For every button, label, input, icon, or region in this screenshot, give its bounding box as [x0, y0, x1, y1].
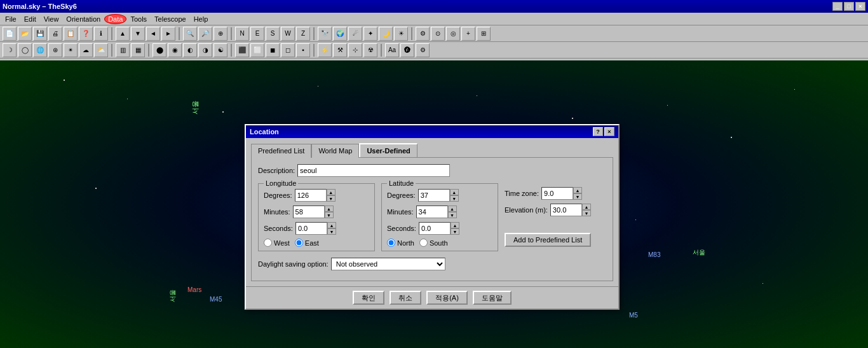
menu-edit[interactable]: Edit [20, 14, 40, 24]
tb-left[interactable]: ◄ [146, 27, 160, 41]
tb-planet1[interactable]: 🔭 [318, 27, 332, 41]
lon-degrees-input[interactable] [295, 189, 327, 202]
tb-up[interactable]: ▲ [116, 27, 130, 41]
tb2-15[interactable]: ⬛ [235, 43, 249, 57]
lat-degrees-up[interactable]: ▲ [450, 189, 459, 195]
tb-planet5[interactable]: 🌙 [379, 27, 393, 41]
lon-seconds-down[interactable]: ▼ [327, 228, 336, 235]
tb-e[interactable]: E [250, 27, 264, 41]
lat-south-radio[interactable] [419, 239, 428, 247]
tb-planet2[interactable]: 🌍 [333, 27, 347, 41]
tb2-25[interactable]: 🅐 [400, 43, 414, 57]
tb-save[interactable]: 💾 [33, 27, 47, 41]
lon-degrees-up[interactable]: ▲ [327, 189, 336, 195]
tb-7[interactable]: ℹ [94, 27, 108, 41]
tb2-10[interactable]: ⬤ [153, 43, 166, 57]
ok-button[interactable]: 확인 [353, 291, 384, 305]
tb-planet4[interactable]: ✦ [363, 27, 377, 41]
minimize-button[interactable]: _ [832, 2, 843, 11]
menu-help[interactable]: Help [190, 14, 212, 24]
tb2-17[interactable]: ◼ [266, 43, 280, 57]
elevation-up[interactable]: ▲ [582, 204, 591, 210]
dialog-help-btn[interactable]: ? [593, 127, 603, 136]
lat-minutes-up[interactable]: ▲ [448, 205, 457, 212]
lat-north-label[interactable]: North [387, 239, 414, 247]
tb2-4[interactable]: ⊛ [48, 43, 62, 57]
timezone-up[interactable]: ▲ [573, 187, 582, 193]
tb2-6[interactable]: ☁ [79, 43, 93, 57]
tb-open[interactable]: 📂 [18, 27, 32, 41]
tb-zoom-in[interactable]: 🔍 [183, 27, 197, 41]
lon-minutes-input[interactable] [293, 205, 325, 218]
tb2-23[interactable]: ☢ [363, 43, 377, 57]
tb-zen[interactable]: Z [296, 27, 310, 41]
elevation-down[interactable]: ▼ [582, 210, 591, 216]
tab-user-defined[interactable]: User-Defined [359, 143, 417, 157]
lon-west-radio[interactable] [264, 239, 272, 247]
elevation-input[interactable] [550, 204, 582, 216]
tb-planet6[interactable]: ☀ [394, 27, 408, 41]
tb2-5[interactable]: ✴ [64, 43, 78, 57]
menu-data[interactable]: Data [104, 14, 126, 24]
lon-west-label[interactable]: West [264, 239, 290, 247]
tab-world-map[interactable]: World Map [311, 144, 359, 158]
daylight-select[interactable]: Not observed US rules European rules [331, 258, 445, 270]
lon-minutes-up[interactable]: ▲ [325, 205, 334, 212]
tb2-8[interactable]: ▥ [116, 43, 130, 57]
cancel-button[interactable]: 취소 [390, 291, 421, 305]
menu-telescope[interactable]: Telescope [151, 14, 190, 24]
lon-east-label[interactable]: East [295, 239, 319, 247]
tb2-3[interactable]: 🌐 [33, 43, 47, 57]
lat-minutes-down[interactable]: ▼ [448, 212, 457, 218]
menu-view[interactable]: View [40, 14, 63, 24]
tb-planet3[interactable]: ☄ [348, 27, 362, 41]
apply-button[interactable]: 적용(A) [426, 291, 468, 305]
tb-more4[interactable]: + [461, 27, 475, 41]
lat-degrees-down[interactable]: ▼ [450, 195, 459, 202]
restore-button[interactable]: □ [844, 2, 854, 11]
tb-more1[interactable]: ⚙ [416, 27, 430, 41]
timezone-input[interactable] [541, 187, 573, 200]
tb2-7[interactable]: ⛅ [94, 43, 108, 57]
tb-zoom-out[interactable]: 🔎 [198, 27, 212, 41]
lon-seconds-up[interactable]: ▲ [327, 222, 336, 228]
lon-seconds-input[interactable] [295, 222, 327, 235]
tb2-9[interactable]: ▦ [131, 43, 145, 57]
help-button[interactable]: 도움말 [473, 291, 512, 305]
tb2-11[interactable]: ◉ [168, 43, 182, 57]
tb2-1[interactable]: ☽ [3, 43, 17, 57]
lon-minutes-down[interactable]: ▼ [325, 212, 334, 218]
tb-more2[interactable]: ⊙ [431, 27, 445, 41]
tb-more5[interactable]: ⊞ [477, 27, 491, 41]
tb2-2[interactable]: ◯ [18, 43, 32, 57]
lat-seconds-input[interactable] [419, 222, 451, 235]
tb-5[interactable]: 📋 [64, 27, 78, 41]
description-input[interactable] [297, 164, 450, 177]
tb2-14[interactable]: ☯ [214, 43, 227, 57]
lat-degrees-input[interactable] [418, 189, 450, 202]
tb2-19[interactable]: ▪ [296, 43, 310, 57]
lon-degrees-down[interactable]: ▼ [327, 195, 336, 202]
tb2-21[interactable]: ⚒ [333, 43, 347, 57]
tb-w[interactable]: W [281, 27, 295, 41]
tb2-22[interactable]: ⊹ [348, 43, 362, 57]
dialog-close-btn[interactable]: × [604, 127, 614, 136]
tb-right[interactable]: ► [161, 27, 175, 41]
tb-n[interactable]: N [235, 27, 249, 41]
close-button[interactable]: × [855, 2, 865, 11]
menu-file[interactable]: File [1, 14, 20, 24]
timezone-down[interactable]: ▼ [573, 193, 582, 200]
tb-print[interactable]: 🖨 [48, 27, 62, 41]
menu-orientation[interactable]: Orientation [62, 14, 104, 24]
add-predefined-button[interactable]: Add to Predefined List [505, 233, 591, 247]
tb-new[interactable]: 📄 [3, 27, 17, 41]
tb2-16[interactable]: ⬜ [250, 43, 264, 57]
menu-tools[interactable]: Tools [126, 14, 151, 24]
tb2-24[interactable]: Aa [385, 43, 399, 57]
tb2-26[interactable]: ⚙ [416, 43, 430, 57]
lat-minutes-input[interactable] [416, 205, 448, 218]
tb-more3[interactable]: ◎ [446, 27, 460, 41]
tb2-18[interactable]: ◻ [281, 43, 295, 57]
tb2-12[interactable]: ◐ [183, 43, 197, 57]
tab-predefined-list[interactable]: Predefined List [251, 144, 311, 158]
